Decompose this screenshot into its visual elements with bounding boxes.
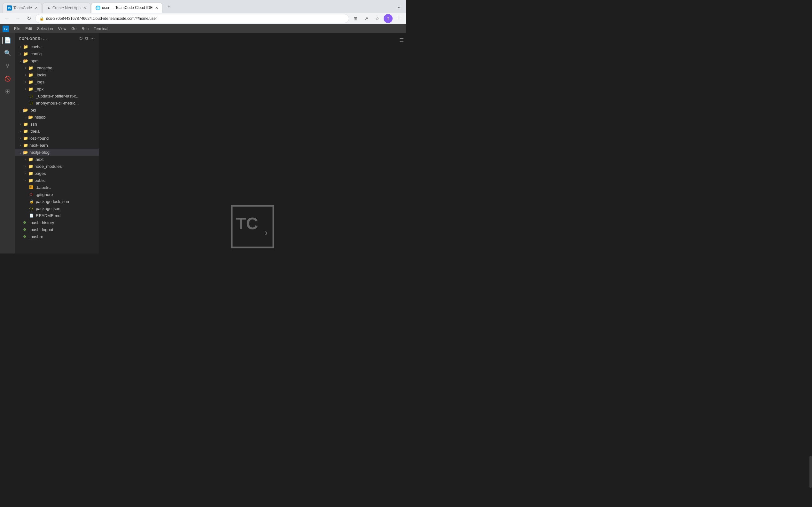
folder-icon: 📁 xyxy=(28,87,33,92)
tree-item-pki[interactable]: ⌄ 📂 .pki xyxy=(15,106,99,113)
tree-item-nssdb[interactable]: ⌄ 📂 nssdb xyxy=(15,113,99,120)
tree-label: .bash_history xyxy=(30,220,54,225)
more-explorer-icon[interactable]: ··· xyxy=(91,36,95,41)
tree-item-theia[interactable]: › 📁 .theia xyxy=(15,127,99,134)
file-icon: { } xyxy=(30,94,35,98)
bookmark-icon[interactable]: ☆ xyxy=(373,14,382,23)
chrome-menu[interactable]: ⋮ xyxy=(395,14,403,23)
tc-logo-container: TC › xyxy=(227,201,278,252)
tree-item-npx[interactable]: › 📁 _npx xyxy=(15,86,99,93)
address-bar: ← → ↻ 🔒 dcs-270584431678746624.cloud-ide… xyxy=(0,13,406,24)
tab-cloud-close[interactable]: ✕ xyxy=(155,6,158,10)
tree-label: .bash_logout xyxy=(30,227,53,232)
file-icon-bash: ⚙ xyxy=(23,235,28,239)
tree-label: package-lock.json xyxy=(36,199,69,204)
menu-view[interactable]: View xyxy=(55,26,69,32)
folder-icon: 📁 xyxy=(23,51,28,56)
tree-item-dot-next[interactable]: › 📁 .next xyxy=(15,156,99,163)
tab-next-close[interactable]: ✕ xyxy=(83,6,86,10)
tree-item-ssh[interactable]: › 📁 .ssh xyxy=(15,120,99,127)
tab-create-next-app[interactable]: ▲ Create Next App ✕ xyxy=(43,3,91,13)
editor-column: TC › ☰ Problems @dcs-270584431678746624-… xyxy=(99,33,406,253)
tree-item-package-lock[interactable]: 🔒 package-lock.json xyxy=(15,198,99,205)
activity-icon-extensions[interactable]: ⊞ xyxy=(2,86,13,97)
activity-icon-debug[interactable]: 🚫 xyxy=(2,73,13,84)
refresh-explorer-icon[interactable]: ↻ xyxy=(79,36,83,41)
editor-area: TC › ☰ xyxy=(99,33,406,253)
sidebar: EXPLORER: ... ↻ ⧉ ··· › 📁 .cache xyxy=(15,33,99,253)
tree-label: _npx xyxy=(35,87,44,92)
tree-label: .gitignore xyxy=(36,192,53,197)
tree-item-readme[interactable]: 📄 README.md xyxy=(15,212,99,219)
activity-icon-search[interactable]: 🔍 xyxy=(2,47,13,59)
forward-button[interactable]: → xyxy=(13,14,22,23)
tab-cloud-ide[interactable]: 🌐 user — TeamCode Cloud-IDE ✕ xyxy=(91,3,163,13)
tree-item-lost-found[interactable]: › 📁 lost+found xyxy=(15,134,99,142)
share-icon[interactable]: ↗ xyxy=(362,14,371,23)
menu-edit[interactable]: Edit xyxy=(23,26,35,32)
tree-item-public[interactable]: › 📁 public xyxy=(15,177,99,184)
tree-item-node-modules[interactable]: › 📁 node_modules xyxy=(15,163,99,170)
tab-teamcode[interactable]: TC TeamCode ✕ xyxy=(3,3,42,13)
tree-label: package.json xyxy=(36,206,60,211)
menu-selection[interactable]: Selection xyxy=(35,26,55,32)
back-button[interactable]: ← xyxy=(3,14,11,23)
tree-item-babelrc[interactable]: 🅱 .babelrc xyxy=(15,184,99,191)
folder-icon: 📁 xyxy=(23,122,28,127)
user-avatar[interactable]: T xyxy=(384,14,393,23)
refresh-button[interactable]: ↻ xyxy=(24,14,33,23)
svg-text:TC: TC xyxy=(236,214,258,233)
chevron-right-icon: › xyxy=(18,51,23,56)
folder-open-icon: 📂 xyxy=(23,150,28,155)
translate-icon[interactable]: ⊞ xyxy=(351,14,360,23)
tree-label: lost+found xyxy=(30,136,49,140)
tree-item-bash-history[interactable]: ⚙ .bash_history xyxy=(15,219,99,226)
tree-item-logs[interactable]: › 📁 _logs xyxy=(15,78,99,86)
tree-item-anonymous-cli[interactable]: { } anonymous-cli-metric... xyxy=(15,99,99,106)
folder-icon: 📁 xyxy=(28,164,33,169)
activity-icon-explorer[interactable]: 📄 xyxy=(2,35,13,46)
tab-cloud-icon: 🌐 xyxy=(95,5,100,10)
tree-label: .babelrc xyxy=(36,185,51,190)
folder-open-icon: 📂 xyxy=(28,115,33,120)
tree-item-bashrc[interactable]: ⚙ .bashrc xyxy=(15,233,99,240)
chevron-right-icon: › xyxy=(23,171,28,176)
menu-terminal[interactable]: Terminal xyxy=(91,26,111,32)
chevron-right-icon: › xyxy=(23,79,28,84)
tree-item-cache[interactable]: › 📁 .cache xyxy=(15,43,99,50)
tree-item-bash-logout[interactable]: ⚙ .bash_logout xyxy=(15,226,99,233)
tab-menu[interactable]: ⌄ xyxy=(395,4,403,9)
tree-item-npm[interactable]: ⌄ 📂 .npm xyxy=(15,57,99,64)
address-input[interactable]: 🔒 dcs-270584431678746624.cloud-ide.teamc… xyxy=(35,14,349,23)
tree-item-nextjs-blog[interactable]: ⌄ 📂 nextjs-blog xyxy=(15,149,99,156)
menu-file[interactable]: File xyxy=(11,26,23,32)
chevron-down-icon: ⌄ xyxy=(18,107,23,113)
tc-logo-svg: TC › xyxy=(227,201,278,252)
right-sidebar-toggle[interactable]: ☰ xyxy=(397,36,406,45)
tree-label: public xyxy=(35,178,45,183)
menu-go[interactable]: Go xyxy=(69,26,79,32)
tree-item-package-json[interactable]: { } package.json xyxy=(15,205,99,212)
list-icon: ☰ xyxy=(399,37,404,43)
tree-label: .ssh xyxy=(30,122,37,127)
file-tree-scroll: › 📁 .cache › 📁 .config ⌄ 📂 .npm xyxy=(15,43,99,240)
tree-item-update-notifier[interactable]: { } _update-notifier-last-c... xyxy=(15,93,99,99)
folder-open-icon: 📂 xyxy=(23,108,28,113)
menu-bar: TC File Edit Selection View Go Run Termi… xyxy=(0,24,406,33)
tab-teamcode-close[interactable]: ✕ xyxy=(35,6,38,10)
collapse-explorer-icon[interactable]: ⧉ xyxy=(85,36,89,41)
tree-item-pages[interactable]: › 📁 pages xyxy=(15,170,99,177)
tree-item-locks[interactable]: › 📁 _locks xyxy=(15,71,99,78)
tree-item-gitignore[interactable]: ⬡ .gitignore xyxy=(15,191,99,198)
chevron-right-icon: › xyxy=(23,164,28,169)
tree-label: nssdb xyxy=(35,115,46,120)
tree-item-cacache[interactable]: › 📁 _cacache xyxy=(15,64,99,71)
folder-icon: 📁 xyxy=(28,178,33,183)
menu-run[interactable]: Run xyxy=(79,26,91,32)
tree-item-config[interactable]: › 📁 .config xyxy=(15,50,99,57)
tree-item-next-learn[interactable]: › 📁 next-learn xyxy=(15,142,99,149)
chevron-right-icon: › xyxy=(18,143,23,148)
activity-icon-scm[interactable]: ⑂ xyxy=(2,60,13,72)
chevron-down-icon: ⌄ xyxy=(18,150,23,155)
new-tab-button[interactable]: + xyxy=(164,2,173,11)
